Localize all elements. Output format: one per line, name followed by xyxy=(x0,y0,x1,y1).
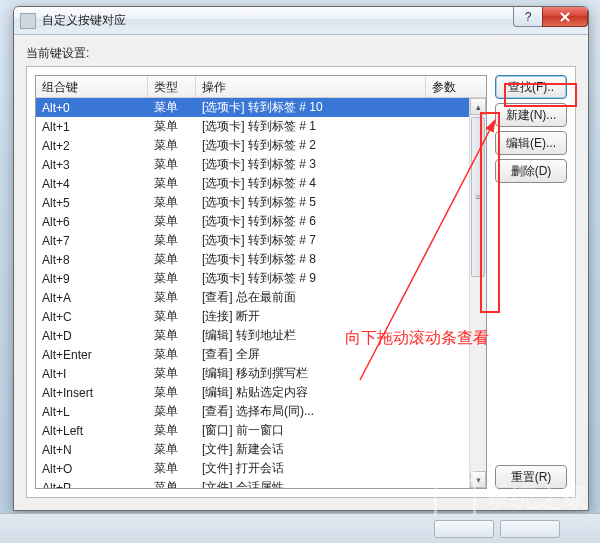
cell-type: 菜单 xyxy=(148,441,196,458)
delete-button[interactable]: 删除(D) xyxy=(495,159,567,183)
cell-key: Alt+7 xyxy=(36,234,148,248)
help-button[interactable]: ? xyxy=(513,7,543,27)
rows-container: Alt+0菜单[选项卡] 转到标签 # 10Alt+1菜单[选项卡] 转到标签 … xyxy=(36,98,469,488)
cell-type: 菜单 xyxy=(148,99,196,116)
cell-type: 菜单 xyxy=(148,308,196,325)
reset-button[interactable]: 重置(R) xyxy=(495,465,567,489)
column-headers: 组合键 类型 操作 参数 xyxy=(36,76,486,98)
col-key[interactable]: 组合键 xyxy=(36,76,148,97)
table-row[interactable]: Alt+D菜单[编辑] 转到地址栏 xyxy=(36,326,469,345)
panel: 组合键 类型 操作 参数 Alt+0菜单[选项卡] 转到标签 # 10Alt+1… xyxy=(26,66,576,498)
table-row[interactable]: Alt+4菜单[选项卡] 转到标签 # 4 xyxy=(36,174,469,193)
cell-type: 菜单 xyxy=(148,156,196,173)
cell-op: [编辑] 移动到撰写栏 xyxy=(196,365,409,382)
cell-op: [选项卡] 转到标签 # 2 xyxy=(196,137,409,154)
cell-type: 菜单 xyxy=(148,365,196,382)
cell-type: 菜单 xyxy=(148,213,196,230)
cell-type: 菜单 xyxy=(148,479,196,488)
cell-op: [查看] 选择布局(同)... xyxy=(196,403,409,420)
cell-op: [选项卡] 转到标签 # 3 xyxy=(196,156,409,173)
cell-type: 菜单 xyxy=(148,232,196,249)
find-button[interactable]: 查找(F).. xyxy=(495,75,567,99)
cell-key: Alt+P xyxy=(36,481,148,489)
cell-type: 菜单 xyxy=(148,175,196,192)
cell-op: [编辑] 粘贴选定内容 xyxy=(196,384,409,401)
vertical-scrollbar[interactable]: ▴ ▾ xyxy=(469,98,486,488)
table-row[interactable]: Alt+A菜单[查看] 总在最前面 xyxy=(36,288,469,307)
cell-key: Alt+C xyxy=(36,310,148,324)
cell-op: [窗口] 前一窗口 xyxy=(196,422,409,439)
table-row[interactable]: Alt+P菜单[文件] 会话属性 xyxy=(36,478,469,488)
side-buttons: 查找(F).. 新建(N)... 编辑(E)... 删除(D) 重置(R) xyxy=(495,75,567,489)
table-row[interactable]: Alt+Left菜单[窗口] 前一窗口 xyxy=(36,421,469,440)
cell-op: [编辑] 转到地址栏 xyxy=(196,327,409,344)
scroll-thumb[interactable] xyxy=(471,117,485,277)
scroll-up-button[interactable]: ▴ xyxy=(470,98,486,115)
table-row[interactable]: Alt+8菜单[选项卡] 转到标签 # 8 xyxy=(36,250,469,269)
table-row[interactable]: Alt+Enter菜单[查看] 全屏 xyxy=(36,345,469,364)
dialog-content: 当前键设置: 组合键 类型 操作 参数 Alt+0菜单[选项卡] 转到标签 # … xyxy=(14,35,588,510)
cell-key: Alt+Enter xyxy=(36,348,148,362)
table-row[interactable]: Alt+0菜单[选项卡] 转到标签 # 10 xyxy=(36,98,469,117)
col-param[interactable]: 参数 xyxy=(426,76,486,97)
scroll-track[interactable] xyxy=(470,115,486,471)
cell-type: 菜单 xyxy=(148,384,196,401)
keybind-list[interactable]: 组合键 类型 操作 参数 Alt+0菜单[选项卡] 转到标签 # 10Alt+1… xyxy=(35,75,487,489)
table-row[interactable]: Alt+Insert菜单[编辑] 粘贴选定内容 xyxy=(36,383,469,402)
cell-op: [查看] 全屏 xyxy=(196,346,409,363)
titlebar[interactable]: 自定义按键对应 ? xyxy=(14,7,588,35)
table-row[interactable]: Alt+5菜单[选项卡] 转到标签 # 5 xyxy=(36,193,469,212)
cell-type: 菜单 xyxy=(148,251,196,268)
scroll-down-button[interactable]: ▾ xyxy=(470,471,486,488)
cell-op: [选项卡] 转到标签 # 6 xyxy=(196,213,409,230)
cell-type: 菜单 xyxy=(148,270,196,287)
table-row[interactable]: Alt+9菜单[选项卡] 转到标签 # 9 xyxy=(36,269,469,288)
close-button[interactable] xyxy=(542,7,588,27)
table-row[interactable]: Alt+I菜单[编辑] 移动到撰写栏 xyxy=(36,364,469,383)
table-row[interactable]: Alt+1菜单[选项卡] 转到标签 # 1 xyxy=(36,117,469,136)
cell-type: 菜单 xyxy=(148,194,196,211)
col-type[interactable]: 类型 xyxy=(148,76,196,97)
table-row[interactable]: Alt+6菜单[选项卡] 转到标签 # 6 xyxy=(36,212,469,231)
cell-op: [文件] 打开会话 xyxy=(196,460,409,477)
section-label: 当前键设置: xyxy=(26,45,576,62)
cell-op: [选项卡] 转到标签 # 8 xyxy=(196,251,409,268)
cell-key: Alt+N xyxy=(36,443,148,457)
cell-key: Alt+Left xyxy=(36,424,148,438)
cell-type: 菜单 xyxy=(148,137,196,154)
edit-button[interactable]: 编辑(E)... xyxy=(495,131,567,155)
close-icon xyxy=(559,12,571,22)
cell-key: Alt+4 xyxy=(36,177,148,191)
cell-key: Alt+1 xyxy=(36,120,148,134)
cell-key: Alt+9 xyxy=(36,272,148,286)
cell-key: Alt+5 xyxy=(36,196,148,210)
window-title: 自定义按键对应 xyxy=(42,12,126,29)
table-row[interactable]: Alt+3菜单[选项卡] 转到标签 # 3 xyxy=(36,155,469,174)
cell-key: Alt+D xyxy=(36,329,148,343)
cell-type: 菜单 xyxy=(148,403,196,420)
dialog-window: 自定义按键对应 ? 当前键设置: 组合键 类型 操作 参数 Alt xyxy=(13,6,589,511)
cell-op: [连接] 断开 xyxy=(196,308,409,325)
app-icon xyxy=(20,13,36,29)
table-row[interactable]: Alt+C菜单[连接] 断开 xyxy=(36,307,469,326)
cell-op: [选项卡] 转到标签 # 5 xyxy=(196,194,409,211)
table-row[interactable]: Alt+7菜单[选项卡] 转到标签 # 7 xyxy=(36,231,469,250)
new-button[interactable]: 新建(N)... xyxy=(495,103,567,127)
cell-key: Alt+8 xyxy=(36,253,148,267)
help-icon: ? xyxy=(525,10,532,24)
cell-key: Alt+6 xyxy=(36,215,148,229)
table-row[interactable]: Alt+O菜单[文件] 打开会话 xyxy=(36,459,469,478)
cell-op: [选项卡] 转到标签 # 10 xyxy=(196,99,409,116)
cell-key: Alt+A xyxy=(36,291,148,305)
table-row[interactable]: Alt+N菜单[文件] 新建会话 xyxy=(36,440,469,459)
cell-key: Alt+0 xyxy=(36,101,148,115)
background-taskbar xyxy=(0,513,600,543)
cell-type: 菜单 xyxy=(148,422,196,439)
table-row[interactable]: Alt+L菜单[查看] 选择布局(同)... xyxy=(36,402,469,421)
cell-key: Alt+I xyxy=(36,367,148,381)
col-op[interactable]: 操作 xyxy=(196,76,426,97)
cell-type: 菜单 xyxy=(148,118,196,135)
cell-key: Alt+3 xyxy=(36,158,148,172)
table-row[interactable]: Alt+2菜单[选项卡] 转到标签 # 2 xyxy=(36,136,469,155)
cell-op: [文件] 新建会话 xyxy=(196,441,409,458)
